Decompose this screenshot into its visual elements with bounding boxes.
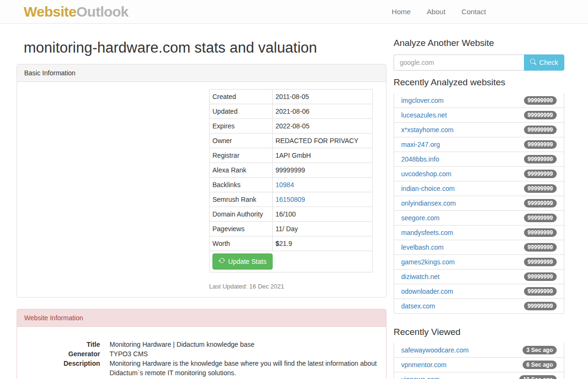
website-info-heading: Website Information [17,309,386,327]
stats-value: 2021-08-06 [273,104,373,119]
site-link[interactable]: x*xstayhome.com [401,126,453,134]
recently-analyzed-item: levelbash.com 99999999 [394,240,564,255]
recently-analyzed-item: uvcodeshop.com 99999999 [394,167,564,181]
stats-value-text: 21.9 [279,240,292,247]
recently-viewed-list: safewaywoodcare.com 3 Sec ago vpnmentor.… [394,343,564,379]
recently-analyzed-item: maxi-247.org 99999999 [394,137,564,152]
meta-label: Title [24,340,100,349]
recently-viewed-item: vionews.com 10 Sec ago [394,372,564,379]
check-button-label: Check [539,58,558,67]
recently-analyzed-heading: Recently Analyzed websites [394,77,564,88]
page-container: monitoring-hardware.com stats and valuat… [0,24,588,379]
analyze-heading: Analyze Another Website [394,38,564,48]
site-link[interactable]: datsex.com [401,302,435,310]
nav-link[interactable]: About [427,8,445,16]
stats-value-text[interactable]: 16150809 [276,196,305,203]
site-link[interactable]: uvcodeshop.com [401,170,451,178]
stats-label: Alexa Rank [210,163,273,178]
recently-analyzed-item: datsex.com 99999999 [394,299,564,314]
sidebar: Analyze Another Website Check Recently A… [394,24,564,379]
nav-link[interactable]: Contact [461,8,486,16]
recently-analyzed-item: 2048bbs.info 99999999 [394,152,564,167]
check-button[interactable]: Check [524,54,564,71]
site-link[interactable]: lucesazules.net [401,111,447,119]
site-link[interactable]: vionews.com [401,376,440,379]
recently-analyzed-item: x*xstayhome.com 99999999 [394,123,564,137]
stats-value: 2022-08-05 [273,119,373,134]
rank-badge: 99999999 [524,140,557,149]
recently-analyzed-list: imgclover.com 99999999 lucesazules.net 9… [394,93,564,314]
stats-value: 2011-08-05 [273,90,373,104]
stats-value: 11/ Day [273,222,373,236]
site-link[interactable]: indian-choice.com [401,185,455,192]
logo-text-website: Website [24,4,76,19]
rank-badge: 99999999 [524,272,557,281]
stats-value: 99999999 [273,163,373,178]
nav-link[interactable]: Home [392,8,411,16]
website-info-body: Title Monitoring Hardware | Didactum kno… [17,327,386,379]
site-link[interactable]: levelbash.com [401,244,444,251]
stats-row: Pageviews 11/ Day [210,222,373,236]
stats-label: Updated [210,104,273,119]
site-link[interactable]: odownloader.com [401,288,453,295]
stats-value-text: 2022-08-05 [276,122,310,130]
website-info-panel: Website Information Title Monitoring Har… [17,309,386,379]
analyze-input[interactable] [394,54,524,71]
recently-analyzed-item: imgclover.com 99999999 [394,93,564,108]
meta-value: Monitoring Hardware is the knowledge bas… [110,359,379,378]
site-link[interactable]: diziwatch.net [401,273,440,280]
update-stats-label: Update Stats [228,257,266,266]
update-stats-button[interactable]: Update Stats [212,253,273,270]
site-link[interactable]: imgclover.com [401,97,443,104]
currency-symbol: $ [276,240,279,247]
rank-badge: 99999999 [524,258,557,266]
top-navbar: WebsiteOutlook Home About Contact [0,0,588,24]
logo-text-outlook: Outlook [76,4,129,19]
rank-badge: 99999999 [524,155,557,163]
recently-analyzed-item: lucesazules.net 99999999 [394,108,564,123]
stats-value-text[interactable]: 10984 [276,181,294,189]
rank-badge: 99999999 [524,96,557,105]
page-title: monitoring-hardware.com stats and valuat… [17,38,386,58]
site-link[interactable]: seegore.com [401,214,440,222]
stats-value: 16/100 [273,207,373,222]
stats-value-text: 16/100 [276,210,296,218]
stats-value-text: REDACTED FOR PRIVACY [276,137,358,144]
update-stats-row: Update Stats [210,251,373,272]
empty-ad-slot [24,89,209,290]
stats-label: Semrush Rank [210,192,273,207]
stats-value-text: 99999999 [276,166,305,174]
stats-column: Created 2011-08-05 Updated 2021-08-06 [209,89,373,290]
stats-table: Created 2011-08-05 Updated 2021-08-06 [209,89,373,272]
stats-row: Alexa Rank 99999999 [210,163,373,178]
basic-info-body: Created 2011-08-05 Updated 2021-08-06 [17,82,386,297]
stats-label: Worth [210,236,273,251]
stats-value-text: 2021-08-06 [276,108,310,115]
stats-value-text: 2011-08-05 [276,93,309,100]
time-badge: 3 Sec ago [523,346,557,354]
time-badge: 6 Sec ago [523,361,557,369]
site-link[interactable]: safewaywoodcare.com [401,346,469,354]
basic-info-heading: Basic Information [17,64,386,82]
site-link[interactable]: onlyindiansex.com [401,199,456,207]
meta-value: Monitoring Hardware | Didactum knowledge… [110,340,379,349]
recently-viewed-item: safewaywoodcare.com 3 Sec ago [394,343,564,358]
basic-info-panel: Basic Information Created 2011-08-05 [17,64,386,298]
meta-row: Description Monitoring Hardware is the k… [24,359,379,378]
rank-badge: 99999999 [524,170,557,178]
search-icon [530,58,536,67]
site-link[interactable]: games2kings.com [401,258,455,266]
site-link[interactable]: 2048bbs.info [401,155,439,163]
site-logo: WebsiteOutlook [24,4,129,20]
stats-value: 1API GmbH [273,148,373,163]
rank-badge: 99999999 [524,302,557,310]
stats-label: Created [210,90,273,104]
site-link[interactable]: maxi-247.org [401,141,440,148]
meta-list: Title Monitoring Hardware | Didactum kno… [24,334,379,379]
site-link[interactable]: vpnmentor.com [401,361,447,369]
analyze-form: Check [394,54,564,71]
stats-row: Updated 2021-08-06 [210,104,373,119]
meta-label: Description [24,359,100,378]
site-link[interactable]: mandysfeets.com [401,229,453,236]
rank-badge: 99999999 [524,184,557,193]
